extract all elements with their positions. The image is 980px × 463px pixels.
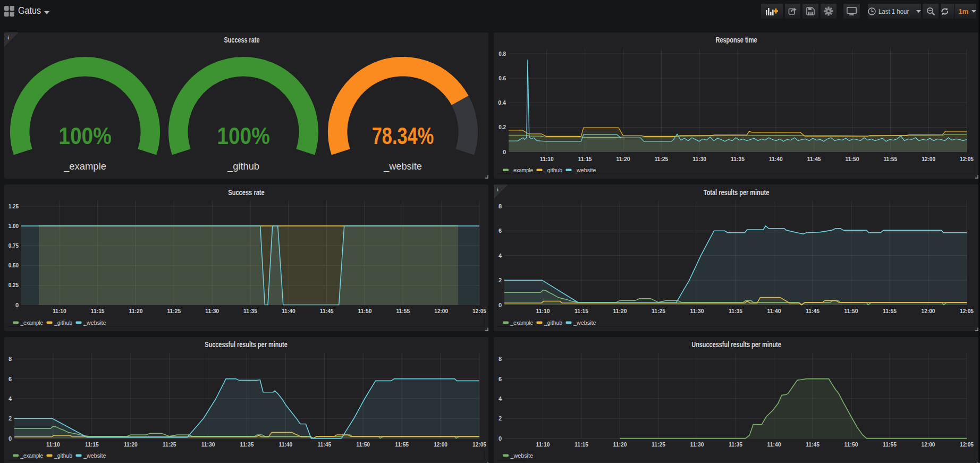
svg-text:i: i: [7, 34, 9, 40]
svg-text:i: i: [497, 186, 499, 192]
